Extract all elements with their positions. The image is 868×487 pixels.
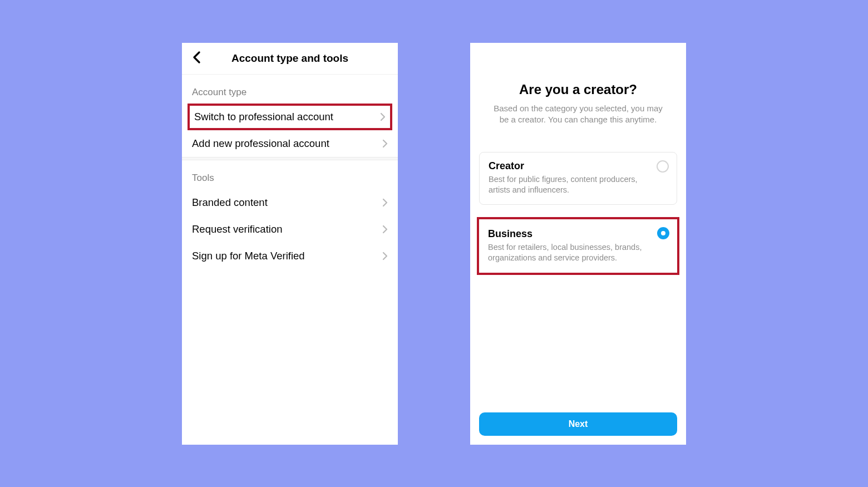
option-desc: Best for public figures, content produce… [489, 174, 668, 195]
chevron-right-icon [382, 198, 388, 207]
option-title: Business [488, 228, 668, 240]
row-branded-content[interactable]: Branded content [182, 189, 398, 216]
option-desc: Best for retailers, local businesses, br… [488, 242, 668, 263]
chevron-left-icon [193, 51, 200, 66]
row-request-verification[interactable]: Request verification [182, 216, 398, 243]
content-area: Are you a creator? Based on the category… [470, 43, 686, 412]
option-creator[interactable]: Creator Best for public figures, content… [479, 152, 677, 205]
option-business[interactable]: Business Best for retailers, local busin… [477, 217, 679, 276]
heading-area: Are you a creator? Based on the category… [479, 43, 677, 126]
footer: Next [470, 412, 686, 445]
screen-title: Are you a creator? [479, 82, 677, 97]
header-bar: Account type and tools [182, 43, 398, 75]
screen-subtitle: Based on the category you selected, you … [479, 103, 677, 126]
page-title: Account type and tools [182, 52, 398, 65]
row-label: Switch to professional account [194, 111, 333, 123]
chevron-right-icon [382, 139, 388, 148]
row-meta-verified[interactable]: Sign up for Meta Verified [182, 243, 398, 269]
next-button-label: Next [569, 419, 588, 429]
chevron-right-icon [382, 225, 388, 234]
creator-type-screen: Are you a creator? Based on the category… [470, 43, 686, 445]
settings-screen: Account type and tools Account type Swit… [182, 43, 398, 445]
row-label: Sign up for Meta Verified [192, 250, 305, 262]
chevron-right-icon [380, 112, 386, 121]
row-label: Add new professional account [192, 137, 329, 150]
row-add-professional[interactable]: Add new professional account [182, 130, 398, 157]
option-list: Creator Best for public figures, content… [479, 152, 677, 275]
row-switch-professional[interactable]: Switch to professional account [188, 104, 392, 130]
section-label-tools: Tools [182, 160, 398, 189]
radio-selected-icon[interactable] [657, 227, 669, 239]
back-button[interactable] [190, 52, 203, 65]
option-title: Creator [489, 160, 668, 172]
chevron-right-icon [382, 252, 388, 260]
section-label-account-type: Account type [182, 75, 398, 104]
row-label: Branded content [192, 196, 268, 209]
next-button[interactable]: Next [479, 412, 677, 436]
row-label: Request verification [192, 223, 282, 235]
radio-unselected-icon[interactable] [657, 160, 669, 173]
